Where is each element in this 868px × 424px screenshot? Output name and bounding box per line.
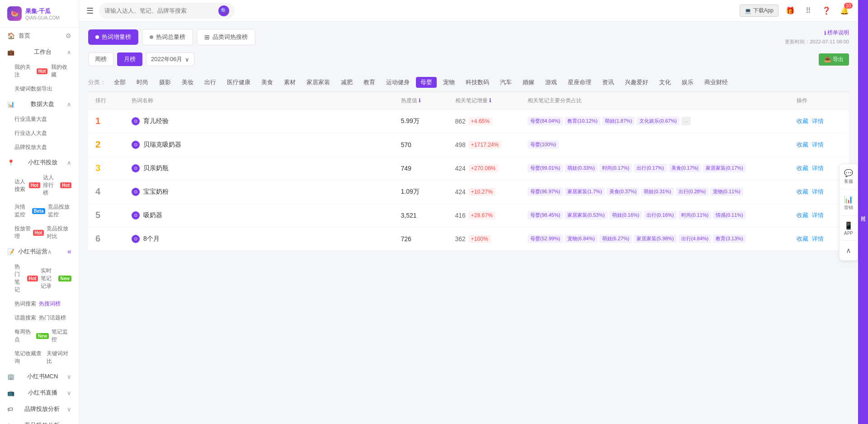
search-button[interactable]: 🔍 — [218, 5, 229, 16]
sidebar-datahub-header[interactable]: 📊 数据大盘 ∧ — [0, 96, 79, 112]
sidebar-xhs-ops-header[interactable]: 📝 小红书运营 ∧ « — [0, 243, 79, 260]
cat-fitness[interactable]: 减肥 — [336, 77, 357, 88]
tag-item[interactable]: 家居家装(1.7%) — [565, 187, 604, 196]
tag-item[interactable]: 出行(0.28%) — [676, 187, 709, 196]
sidebar-workspace-header[interactable]: 💼 工作台 ∧ — [0, 44, 79, 60]
tag-item[interactable]: 出行(0.17%) — [634, 164, 667, 172]
tag-item[interactable]: 宠物(6.84%) — [565, 234, 598, 243]
collect-link[interactable]: 收藏 — [797, 117, 808, 125]
sidebar-live-header[interactable]: 📺 小红书直播 ∨ — [0, 385, 79, 401]
cat-mom[interactable]: 母婴 — [416, 77, 437, 88]
tag-item[interactable]: 母婴(84.04%) — [528, 117, 563, 125]
sidebar-item-industry-kol[interactable]: 行业达人大盘 — [0, 126, 79, 140]
compare-panel[interactable]: 对比 — [858, 0, 868, 424]
export-button[interactable]: 📥 导出 — [819, 53, 849, 66]
tag-item[interactable]: 出行(0.16%) — [644, 211, 677, 219]
tag-item[interactable]: 出行(4.84%) — [679, 234, 712, 243]
cat-photo[interactable]: 摄影 — [155, 77, 175, 88]
tag-item[interactable]: 文化娱乐(0.67%) — [637, 117, 679, 125]
detail-link[interactable]: 详情 — [812, 164, 824, 172]
apps-icon[interactable]: ⠿ — [802, 5, 815, 17]
detail-link[interactable]: 详情 — [812, 211, 824, 219]
cat-hobby[interactable]: 兴趣爱好 — [620, 77, 653, 88]
tag-item[interactable]: 情感(0.11%) — [713, 211, 746, 219]
help-icon[interactable]: ❓ — [820, 5, 833, 17]
collect-link[interactable]: 收藏 — [797, 164, 808, 172]
cat-travel[interactable]: 出行 — [200, 77, 221, 88]
cat-tech[interactable]: 科技数码 — [461, 77, 494, 88]
tag-item[interactable]: 美食(0.37%) — [607, 187, 640, 196]
sidebar-item-myfollow[interactable]: 我的关注 Hot 我的收藏 — [0, 60, 79, 82]
cat-business[interactable]: 商业财经 — [700, 77, 732, 88]
download-app-button[interactable]: 💻 下载App — [740, 5, 778, 17]
settings-icon[interactable]: ⚙ — [66, 32, 71, 39]
list-explain-link[interactable]: ℹ 榜单说明 — [824, 29, 849, 37]
sidebar-item-hot-notes[interactable]: 热门笔记 Hot 实时笔记记录 New — [0, 260, 79, 297]
tab-hot-total[interactable]: 热词总量榜 — [142, 29, 193, 45]
cat-home[interactable]: 家居家装 — [302, 77, 335, 88]
sidebar-brand-analysis-header[interactable]: 🏷 品牌投放分析 ∨ — [0, 401, 79, 417]
tag-item[interactable]: 家居家装(0.17%) — [703, 164, 746, 172]
cat-game[interactable]: 游戏 — [541, 77, 561, 88]
tag-item[interactable]: 母婴(99.01%) — [528, 164, 563, 172]
cat-culture[interactable]: 文化 — [655, 77, 675, 88]
sidebar-item-home[interactable]: 🏠 首页 ⚙ — [0, 28, 79, 44]
cat-car[interactable]: 汽车 — [495, 77, 516, 88]
collect-link[interactable]: 收藏 — [797, 141, 808, 149]
tab-category-hot[interactable]: ⊞ 品类词热搜榜 — [197, 29, 255, 45]
sidebar-item-industry-flow[interactable]: 行业流量大盘 — [0, 112, 79, 126]
cat-beauty[interactable]: 美妆 — [177, 77, 198, 88]
cat-entertainment[interactable]: 娱乐 — [677, 77, 698, 88]
sidebar-xhs-placement-header[interactable]: 📍 小红书投放 ∧ — [0, 154, 79, 171]
tag-more[interactable]: ... — [681, 117, 691, 125]
tag-item[interactable]: 母婴(98.45%) — [528, 211, 563, 219]
tag-item[interactable]: 萌娃(6.27%) — [599, 234, 632, 243]
sidebar-item-topic-search[interactable]: 话题搜索 热门话题榜 — [0, 311, 79, 325]
sidebar-item-hot-keyword-search[interactable]: 热词搜索 热搜词榜 — [0, 297, 79, 311]
cat-fashion[interactable]: 时尚 — [132, 77, 153, 88]
tag-item[interactable]: 教育(3.13%) — [713, 234, 746, 243]
cat-health[interactable]: 医疗健康 — [222, 77, 255, 88]
gift-icon[interactable]: 🎁 — [784, 5, 797, 17]
sidebar-item-note-collect[interactable]: 笔记收藏查询 关键词对比 — [0, 347, 79, 368]
tag-item[interactable]: 家居家装(0.53%) — [565, 211, 608, 219]
tag-item[interactable]: 宠物(0.11%) — [710, 187, 743, 196]
heat-info-icon[interactable]: ℹ — [419, 97, 421, 104]
tag-item[interactable]: 教育(10.12%) — [565, 117, 600, 125]
detail-link[interactable]: 详情 — [812, 235, 824, 243]
cat-material[interactable]: 素材 — [279, 77, 300, 88]
float-customer-service[interactable]: 💬 客服 — [840, 164, 858, 190]
cat-pet[interactable]: 宠物 — [439, 77, 459, 88]
sidebar-mcn-header[interactable]: 🏢 小红书MCN ∨ — [0, 368, 79, 385]
tag-item[interactable]: 萌娃(0.31%) — [641, 187, 674, 196]
tag-item[interactable]: 母婴(52.99%) — [528, 234, 563, 243]
cat-education[interactable]: 教育 — [359, 77, 380, 88]
menu-icon[interactable]: ☰ — [86, 6, 94, 16]
tag-item[interactable]: 母婴(100%) — [528, 140, 559, 149]
tag-item[interactable]: 萌娃(1.87%) — [602, 117, 635, 125]
collect-link[interactable]: 收藏 — [797, 211, 808, 219]
date-selector[interactable]: 2022年06月 ∨ — [146, 52, 194, 66]
sidebar-product-analysis-header[interactable]: 🛍 商品投放分析 ∨ — [0, 417, 79, 424]
sidebar-item-weekly-hot[interactable]: 每周热点 New 笔记监控 — [0, 325, 79, 347]
tag-item[interactable]: 萌娃(0.33%) — [565, 164, 598, 172]
sidebar-item-kol-search[interactable]: 达人搜索 Hot 达人排行榜 Hot — [0, 171, 79, 200]
float-collapse[interactable]: ∧ — [840, 242, 858, 260]
sidebar-item-interest-monitor[interactable]: 兴情监控 Beta 竞品投放监控 — [0, 200, 79, 222]
sidebar-item-brand-placement[interactable]: 品牌投放大盘 — [0, 140, 79, 154]
tag-item[interactable]: 母婴(96.97%) — [528, 187, 563, 196]
collect-link[interactable]: 收藏 — [797, 235, 808, 243]
cat-food[interactable]: 美食 — [257, 77, 278, 88]
tab-hot-increase[interactable]: 热词增量榜 — [88, 29, 138, 45]
cat-wedding[interactable]: 婚嫁 — [518, 77, 539, 88]
period-week-button[interactable]: 周榜 — [88, 52, 113, 66]
cat-astro[interactable]: 星座命理 — [563, 77, 596, 88]
tag-item[interactable]: 萌娃(0.16%) — [609, 211, 642, 219]
cat-news[interactable]: 资讯 — [598, 77, 618, 88]
sidebar-item-keyword-export[interactable]: 关键词数据导出 — [0, 82, 79, 96]
tag-item[interactable]: 家居家装(5.98%) — [634, 234, 677, 243]
cat-all[interactable]: 全部 — [109, 77, 130, 88]
collapse-icon[interactable]: « — [67, 248, 71, 256]
float-marketing[interactable]: 📊 营销 — [840, 191, 858, 216]
increase-info-icon[interactable]: ℹ — [489, 97, 491, 104]
